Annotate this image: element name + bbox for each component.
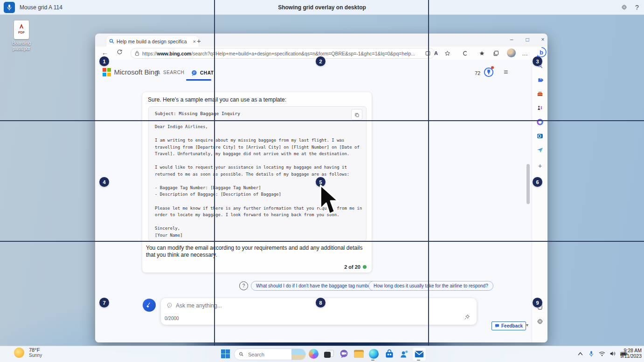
- suggestions-help-icon: ?: [239, 281, 248, 290]
- feedback-chat-icon: [495, 324, 499, 328]
- tray-microphone-icon[interactable]: [587, 349, 596, 358]
- copilot-icon[interactable]: [308, 348, 319, 360]
- rewards-points: 72: [475, 70, 480, 76]
- window-maximize-button[interactable]: □: [520, 34, 535, 46]
- email-code-block: Subject: Missing Baggage Inquiry Dear In…: [148, 106, 367, 241]
- grid-app-title: Mouse grid A 114: [20, 0, 62, 14]
- grid-status-text: Showing grid overlay on desktop: [0, 0, 644, 14]
- chat-bubble-icon: [191, 70, 198, 76]
- windows-logo-icon: [221, 349, 230, 359]
- browser-essentials-icon[interactable]: [460, 49, 469, 57]
- settings-more-icon[interactable]: …: [521, 49, 529, 57]
- grid-horizontal-line-2: [0, 241, 644, 242]
- tray-chevron-up-icon[interactable]: [575, 349, 585, 358]
- ask-bubble-icon: [166, 302, 173, 308]
- read-aloud-icon[interactable]: A: [432, 49, 440, 57]
- new-tab-button[interactable]: +: [197, 37, 201, 45]
- chat-tab-underline: [186, 79, 211, 81]
- sidebar-outlook-icon[interactable]: [535, 131, 545, 141]
- weather-widget[interactable]: 78°F Sunny: [14, 347, 42, 358]
- search-icon: [239, 352, 244, 357]
- grid-cell-8[interactable]: 8: [316, 298, 325, 307]
- tab-title: Help me build a design specifica: [117, 39, 191, 44]
- status-green-dot: [363, 265, 367, 269]
- copy-icon: [354, 112, 360, 117]
- task-view-icon[interactable]: [323, 348, 334, 360]
- copy-button[interactable]: [351, 109, 362, 120]
- edge-icon[interactable]: [368, 348, 380, 360]
- mail-app-button-active[interactable]: [412, 347, 426, 361]
- tab-chat[interactable]: CHAT: [191, 70, 214, 76]
- file-explorer-icon[interactable]: [353, 348, 365, 360]
- microsoft-store-icon[interactable]: [383, 348, 395, 360]
- start-button[interactable]: [220, 348, 231, 360]
- adobe-pdf-logo-icon: [19, 23, 24, 29]
- feedback-button[interactable]: Feedback: [492, 321, 526, 330]
- collections-icon[interactable]: [492, 49, 500, 57]
- tab-favicon-search-icon: [109, 39, 114, 44]
- tab-search[interactable]: SEARCH: [156, 70, 184, 75]
- grid-horizontal-line-1: [0, 120, 644, 121]
- grid-help-icon[interactable]: ?: [632, 0, 642, 14]
- taskbar: [0, 346, 644, 362]
- window-minimize-button[interactable]: –: [504, 34, 519, 46]
- microsoft-logo-icon: [103, 68, 111, 76]
- sidebar-games-icon[interactable]: [535, 103, 545, 113]
- sidebar-settings-gear-icon[interactable]: [535, 317, 545, 326]
- lock-icon: [135, 51, 139, 56]
- sidebar-shopping-icon[interactable]: [535, 75, 545, 85]
- favorites-bar-icon[interactable]: [478, 49, 486, 57]
- taskbar-search-box[interactable]: [234, 348, 306, 360]
- rewards-medal-icon[interactable]: [484, 67, 494, 77]
- people-icon[interactable]: [398, 348, 409, 360]
- response-pager: 2 of 20: [344, 264, 360, 270]
- ask-me-anything-input[interactable]: [175, 302, 317, 309]
- grid-cell-3[interactable]: 3: [533, 56, 542, 66]
- browser-tab[interactable]: Help me build a design specifica ×: [106, 36, 199, 47]
- grid-cell-1[interactable]: 1: [99, 56, 109, 66]
- pin-icon[interactable]: [464, 314, 470, 320]
- window-close-button[interactable]: ×: [535, 34, 547, 46]
- taskbar-search-input[interactable]: [247, 351, 289, 358]
- profile-avatar[interactable]: [507, 48, 516, 57]
- pdf-badge: PDF: [14, 31, 29, 34]
- grid-cell-2[interactable]: 2: [316, 56, 325, 66]
- suggestion-chip-2[interactable]: How long does it usually take for the ai…: [368, 281, 493, 291]
- code-block-header: Subject: Missing Baggage Inquiry: [155, 111, 240, 116]
- bing-logo[interactable]: Microsoft Bing: [103, 68, 159, 76]
- weather-desc: Sunny: [29, 353, 42, 358]
- taskbar-clock[interactable]: 9:28 AM 9/11/2023: [604, 348, 642, 359]
- mouse-cursor: [319, 184, 342, 217]
- sidebar-add-button[interactable]: +: [535, 161, 545, 171]
- grid-vertical-line-2: [428, 0, 429, 346]
- grid-settings-gear-icon[interactable]: [619, 0, 629, 14]
- back-button[interactable]: ←: [102, 49, 108, 56]
- sidebar-microsoft-365-icon[interactable]: [535, 117, 545, 127]
- page-scrollbar-thumb[interactable]: [526, 164, 530, 204]
- clock-time: 9:28 AM: [604, 348, 642, 353]
- grid-cell-7[interactable]: 7: [99, 298, 109, 307]
- new-topic-button[interactable]: [143, 299, 156, 312]
- desktop-file-boarding-pass[interactable]: PDF Boarding pass.pdf: [7, 20, 36, 51]
- search-highlight-thumbnail: [291, 349, 305, 360]
- mail-envelope-icon: [415, 350, 424, 358]
- refresh-button[interactable]: [117, 49, 123, 55]
- grid-cell-4[interactable]: 4: [99, 177, 109, 187]
- search-icon: [156, 70, 161, 75]
- address-bar[interactable]: https://www.bing.com/search?q=Help+me+bu…: [131, 48, 435, 59]
- grid-cell-6[interactable]: 6: [533, 177, 542, 187]
- grid-cell-9[interactable]: 9: [533, 298, 542, 307]
- grid-vertical-line-1: [214, 0, 215, 346]
- sidebar-drop-icon[interactable]: [535, 145, 545, 155]
- sidebar-toolbox-icon[interactable]: [535, 89, 545, 99]
- notification-dot: [491, 66, 494, 69]
- add-favorite-icon[interactable]: [443, 49, 451, 57]
- clock-date: 9/11/2023: [604, 353, 642, 359]
- chat-intro-text: Sure. Here's a sample email you can use …: [148, 96, 286, 103]
- scrollbar-down-arrow[interactable]: ▾: [526, 322, 528, 328]
- chat-teams-icon[interactable]: [338, 348, 350, 360]
- tab-close-icon[interactable]: ×: [193, 39, 196, 44]
- suggestion-chip-1[interactable]: What should I do if I don't have the bag…: [251, 281, 380, 291]
- edge-running-indicator: [371, 360, 374, 361]
- hamburger-menu-icon[interactable]: ≡: [504, 68, 508, 76]
